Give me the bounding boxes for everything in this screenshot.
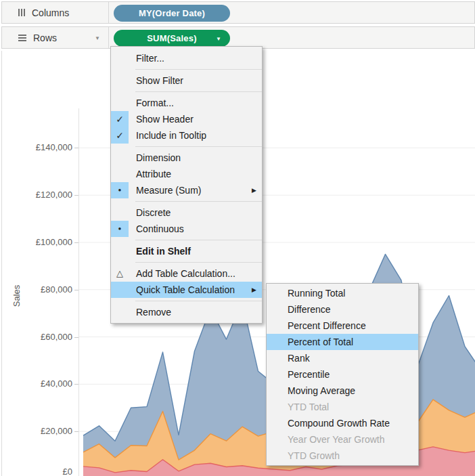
- menu-item-label: Percentile: [288, 369, 330, 380]
- menu-item-label: Percent Difference: [288, 320, 366, 331]
- menu-item-percent-difference[interactable]: Percent Difference: [267, 318, 418, 334]
- columns-shelf-label-cell: Columns: [2, 2, 109, 23]
- menu-item-include-in-tooltip[interactable]: ✓Include in Tooltip: [111, 127, 262, 144]
- menu-item-moving-average[interactable]: Moving Average: [267, 383, 418, 399]
- menu-item-label: Compound Growth Rate: [288, 418, 390, 429]
- menu-item-filter[interactable]: Filter...: [111, 50, 262, 66]
- menu-separator: [135, 69, 262, 70]
- menu-item-label: Filter...: [136, 53, 164, 64]
- menu-item-rank[interactable]: Rank: [267, 350, 418, 366]
- menu-item-label: Attribute: [136, 169, 171, 179]
- menu-item-label: Percent of Total: [288, 337, 353, 347]
- pill-dropdown-caret-icon[interactable]: ▼: [216, 36, 221, 42]
- menu-item-attribute[interactable]: Attribute: [111, 166, 262, 182]
- menu-separator: [135, 301, 262, 301]
- menu-item-ytd-total: YTD Total: [267, 399, 418, 415]
- menu-item-label: Difference: [288, 304, 331, 315]
- menu-separator: [135, 240, 262, 240]
- menu-item-show-filter[interactable]: Show Filter: [111, 72, 262, 89]
- columns-shelf-label: Columns: [32, 7, 69, 18]
- menu-item-discrete[interactable]: Discrete: [111, 204, 262, 221]
- menu-item-compound-growth-rate[interactable]: Compound Growth Rate: [267, 415, 418, 431]
- rows-shelf-caret-icon[interactable]: ▼: [95, 35, 100, 41]
- menu-item-label: YTD Growth: [288, 450, 340, 461]
- menu-item-label: Year Over Year Growth: [288, 434, 384, 445]
- menu-item-label: Measure (Sum): [136, 185, 201, 196]
- order-date-pill[interactable]: MY(Order Date): [114, 5, 230, 22]
- menu-item-edit-in-shelf[interactable]: Edit in Shelf: [111, 243, 262, 259]
- columns-shelf[interactable]: Columns MY(Order Date): [1, 1, 475, 24]
- menu-item-show-header[interactable]: ✓Show Header: [111, 111, 262, 127]
- checkmark-icon: ✓: [111, 127, 129, 144]
- menu-item-difference[interactable]: Difference: [267, 301, 418, 318]
- menu-item-label: Moving Average: [288, 385, 355, 396]
- menu-separator: [135, 262, 262, 263]
- menu-item-label: Add Table Calculation...: [136, 268, 235, 279]
- menu-separator: [135, 91, 262, 92]
- quick-table-calculation-submenu: Running TotalDifferencePercent Differenc…: [266, 283, 419, 466]
- menu-separator: [135, 201, 262, 202]
- submenu-arrow-icon: ▶: [252, 182, 256, 198]
- sum-sales-pill-label: SUM(Sales): [147, 33, 197, 43]
- columns-icon: [18, 9, 25, 16]
- menu-item-label: Show Filter: [136, 75, 183, 86]
- menu-item-label: Discrete: [136, 207, 171, 218]
- menu-item-label: Include in Tooltip: [136, 130, 206, 141]
- menu-item-label: Show Header: [136, 114, 194, 125]
- menu-separator: [135, 146, 262, 147]
- menu-item-running-total[interactable]: Running Total: [267, 285, 418, 301]
- menu-item-label: Running Total: [288, 288, 345, 299]
- menu-item-year-over-year-growth: Year Over Year Growth: [267, 431, 418, 448]
- menu-item-label: Edit in Shelf: [136, 246, 191, 257]
- menu-item-dimension[interactable]: Dimension: [111, 150, 262, 166]
- menu-item-add-table-calculation[interactable]: △Add Table Calculation...: [111, 265, 262, 282]
- menu-item-format[interactable]: Format...: [111, 95, 262, 111]
- rows-icon: [18, 35, 26, 41]
- menu-item-label: Rank: [288, 353, 310, 364]
- menu-item-label: Continuous: [136, 223, 184, 234]
- menu-item-ytd-growth: YTD Growth: [267, 448, 418, 464]
- radio-dot-icon: ●: [111, 221, 129, 237]
- menu-item-quick-table-calculation[interactable]: Quick Table Calculation▶: [111, 282, 262, 298]
- radio-dot-icon: ●: [111, 182, 129, 198]
- rows-shelf-label: Rows: [33, 33, 57, 43]
- menu-item-continuous[interactable]: ●Continuous: [111, 221, 262, 237]
- menu-item-label: Remove: [136, 307, 171, 318]
- menu-item-percentile[interactable]: Percentile: [267, 366, 418, 383]
- table-calculation-icon: △: [111, 265, 129, 282]
- menu-item-percent-of-total[interactable]: Percent of Total: [267, 334, 418, 350]
- rows-shelf-label-cell: Rows ▼: [2, 27, 109, 48]
- tableau-window: Columns MY(Order Date) Rows ▼ SUM(Sales)…: [0, 0, 475, 476]
- menu-item-remove[interactable]: Remove: [111, 304, 262, 320]
- menu-item-measure-sum[interactable]: ●Measure (Sum)▶: [111, 182, 262, 198]
- menu-item-label: Quick Table Calculation: [136, 284, 235, 295]
- checkmark-icon: ✓: [111, 111, 129, 127]
- menu-item-label: Format...: [136, 98, 174, 108]
- submenu-arrow-icon: ▶: [252, 282, 256, 298]
- menu-item-label: Dimension: [136, 152, 181, 163]
- pill-context-menu: Filter...Show FilterFormat...✓Show Heade…: [110, 46, 263, 324]
- menu-item-label: YTD Total: [288, 402, 329, 412]
- sum-sales-pill[interactable]: SUM(Sales) ▼: [114, 30, 230, 47]
